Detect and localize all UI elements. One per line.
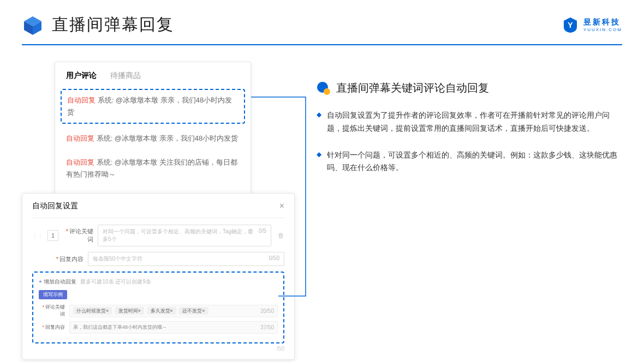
svg-text:Y: Y [568,21,573,29]
keyword-row: ⋮⋮ 1 *评论关键词 对同一个问题，可设置多个相近、高频的关键词，Tag确定，… [32,225,284,246]
comment-item-highlighted: 自动回复 系统: @冰墩墩本墩 亲亲，我们48小时内发货 [61,89,245,124]
drag-handle-icon[interactable]: ⋮⋮ [32,233,43,239]
example-content-label: *回复内容 [39,324,65,331]
page-header: 直播间弹幕回复 Y 昱新科技 YUUXIN.COM [0,0,644,36]
auto-reply-tag: 自动回复 [66,134,94,142]
section-head: 直播间弹幕关键词评论自动回复 [317,81,622,95]
auto-reply-tag: 自动回复 [67,96,96,104]
brand-name-en: YUUXIN.COM [583,27,622,32]
brand-logo-icon: Y [562,16,579,34]
section-title: 直播间弹幕关键词评论自动回复 [336,81,489,95]
comment-item: 自动回复 系统: @冰墩墩本墩 亲亲，我们48小时内发货 [66,129,240,148]
keyword-label: *评论关键词 [63,227,93,244]
comment-tabs: 用户评论 待播商品 [66,71,240,81]
page-title: 直播间弹幕回复 [52,14,174,36]
diamond-icon: ◆ [317,111,321,135]
tab-user-comments[interactable]: 用户评论 [66,71,97,81]
example-keyword-row: *评论关键词 什么时候发货× 发货时间× 多久发货× 还不发货× 20/50 [39,304,278,318]
comment-item: 自动回复 系统: @冰墩墩本墩 关注我们的店铺，每日都有热门推荐呦～ [66,153,240,184]
example-content-row: *回复内容 亲，我们这边都是下单48小时内发货的哦～ 37/50 [39,321,278,334]
tab-pending-goods[interactable]: 待播商品 [110,71,141,81]
tag-pill[interactable]: 什么时候发货× [73,307,112,315]
brand-name-cn: 昱新科技 [583,17,622,27]
row-number: 1 [47,230,58,241]
bullet-item: ◆ 自动回复设置为了提升作者的评论回复效率，作者可在开播前针对常见的评论用户问题… [317,109,622,135]
tag-pill[interactable]: 发货时间× [115,307,144,315]
right-column: 直播间弹幕关键词评论自动回复 ◆ 自动回复设置为了提升作者的评论回复效率，作者可… [317,62,622,360]
connector-line [251,94,311,301]
example-kw-tags: 什么时候发货× 发货时间× 多久发货× 还不发货× 20/50 [69,305,278,317]
svg-point-5 [324,88,330,95]
example-block: + 增加自动回复 最多可建10条 还可以创建9条 填写示例 *评论关键词 什么时… [32,272,284,343]
left-column: 用户评论 待播商品 自动回复 系统: @冰墩墩本墩 亲亲，我们48小时内发货 自… [22,62,295,360]
add-auto-reply-link[interactable]: + 增加自动回复 最多可建10条 还可以创建9条 [39,278,278,286]
comment-text: 系统: @冰墩墩本墩 亲亲，我们48小时内发货 [97,134,238,142]
bullet-text: 针对同一个问题，可设置多个相近的、高频的关键词。例如：这款多少钱、这块能优惠吗、… [327,149,622,175]
cube-icon [22,14,44,36]
example-badge: 填写示例 [39,290,67,299]
bullet-text: 自动回复设置为了提升作者的评论回复效率，作者可在开播前针对常见的评论用户问题，提… [327,109,622,135]
bullet-item: ◆ 针对同一个问题，可设置多个相近的、高频的关键词。例如：这款多少钱、这块能优惠… [317,149,622,175]
outer-count: /50 [32,346,284,352]
keyword-input[interactable]: 对同一个问题，可设置多个相近、高频的关键词，Tag确定，最多5个 0/5 [98,225,271,246]
auto-reply-tag: 自动回复 [66,158,94,166]
brand: Y 昱新科技 YUUXIN.COM [562,16,622,34]
header-left: 直播间弹幕回复 [22,14,174,36]
tag-pill[interactable]: 还不发货× [179,307,208,315]
tag-pill[interactable]: 多久发货× [147,307,176,315]
example-content-input: 亲，我们这边都是下单48小时内发货的哦～ 37/50 [69,321,278,334]
comment-panel: 用户评论 待播商品 自动回复 系统: @冰墩墩本墩 亲亲，我们48小时内发货 自… [55,62,251,198]
content-row: *回复内容 每条限50个中文字符 0/50 [32,252,284,266]
chat-bubble-icon [317,81,331,95]
content-label: *回复内容 [53,255,84,263]
example-kw-label: *评论关键词 [39,304,65,318]
diamond-icon: ◆ [317,150,321,175]
settings-title: 自动回复设置 [32,201,78,211]
